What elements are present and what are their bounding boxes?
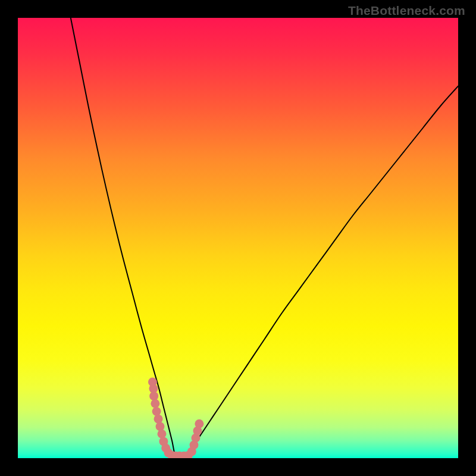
curve-layer (18, 18, 458, 458)
highlight-dot (156, 422, 165, 431)
highlight-dot (152, 407, 161, 416)
highlight-dot (195, 419, 203, 428)
highlight-dot (154, 415, 163, 424)
plot-area (18, 18, 458, 458)
highlight-dot (157, 430, 166, 439)
highlight-dot (151, 399, 159, 408)
watermark-text: TheBottleneck.com (348, 4, 465, 18)
bottleneck-curve (71, 18, 458, 458)
highlight-dot (149, 392, 158, 400)
chart-frame: TheBottleneck.com (0, 0, 476, 476)
highlight-dots (148, 377, 203, 458)
